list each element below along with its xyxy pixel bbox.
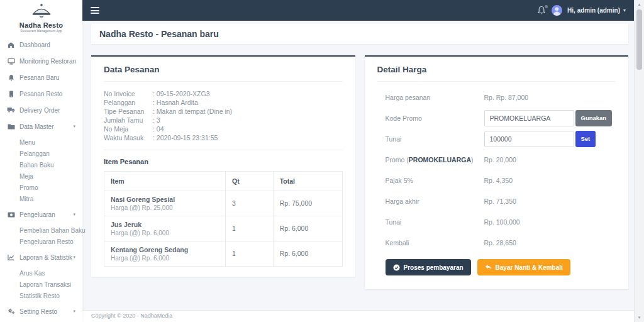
row-pajak: Pajak 5% Rp. 4,350 [377, 170, 616, 191]
sidebar-item-promo[interactable]: Promo [0, 182, 82, 193]
column-header-total: Total [273, 171, 342, 191]
sidebar-item-laporan-transaksi[interactable]: Laporan Transaksi [0, 279, 82, 290]
scroll-down-arrow-icon[interactable]: ▼ [635, 313, 644, 322]
sidebar-item-meja[interactable]: Meja [0, 170, 82, 182]
avatar[interactable] [552, 5, 562, 16]
sidebar-item-menu[interactable]: Menu [0, 136, 82, 148]
sidebar-item-dashboard[interactable]: Dashboard [0, 36, 82, 53]
chart-icon [7, 254, 15, 261]
scroll-up-arrow-icon[interactable]: ▲ [635, 0, 644, 9]
column-header-item: Item [104, 171, 226, 191]
mobile-icon [7, 91, 15, 97]
promo-code-label: PROMOKELUARGA [409, 156, 471, 164]
copyright-text: Copyright © 2020 - NadhaMedia [91, 313, 172, 319]
sidebar-item-pengeluaran-resto[interactable]: Pengeluaran Resto [0, 236, 82, 247]
guest-count: : 3 [153, 116, 160, 125]
sidebar-item-label: Delivery Order [19, 107, 60, 114]
table-header-row: Item Qt Total [104, 171, 343, 191]
order-items-table: Item Qt Total Nasi Goreng SpesialHarga (… [104, 171, 343, 267]
sidebar-item-label: Pesanan Baru [19, 74, 59, 81]
column-header-qt: Qt [226, 171, 274, 191]
pay-later-back-button[interactable]: Bayar Nanti & Kembali [477, 259, 570, 275]
process-payment-button[interactable]: Proses pembayaran [386, 259, 471, 275]
brand-tagline: Restaurant Management App [0, 30, 82, 33]
pengeluaran-submenu: Pembelian Bahan Baku Pengeluaran Resto [0, 225, 82, 247]
bell-icon [7, 74, 15, 81]
row-harga-pesanan: Harga pesanan Rp. Rp. 87,000 [377, 87, 616, 108]
sidebar-item-delivery-order[interactable]: Delivery Order [0, 102, 82, 118]
sidebar-item-data-master[interactable]: Data Master ▾ [0, 118, 82, 135]
pricing-rows: Harga pesanan Rp. Rp. 87,000 Kode Promo … [377, 87, 616, 253]
sidebar-item-arus-kas[interactable]: Arus Kas [0, 267, 82, 279]
user-menu[interactable]: Hi, admin (admin) [567, 7, 620, 14]
footer: Copyright © 2020 - NadhaMedia [82, 310, 634, 322]
promo-value: Rp. 20,000 [484, 156, 516, 164]
table-number: : 04 [153, 125, 164, 134]
folder-icon [7, 123, 15, 130]
chevron-down-icon[interactable]: ▾ [623, 8, 626, 13]
sidebar-item-label: Data Master [19, 123, 53, 130]
chevron-down-icon: ▾ [73, 309, 75, 314]
cash-input[interactable] [484, 131, 574, 147]
order-info: No Invoice: 09-15-2020-XZG3 Pelanggan: H… [104, 90, 343, 143]
row-harga-akhir: Harga akhir Rp. 71,350 [377, 191, 616, 211]
delivery-truck-icon [7, 107, 15, 114]
vertical-scrollbar[interactable]: ▲ ▼ [634, 0, 644, 322]
row-promo: Promo (PROMOKELUARGA) Rp. 20,000 [377, 149, 616, 170]
change-value: Rp. 28,650 [484, 239, 516, 247]
promo-code-input[interactable] [484, 110, 574, 126]
notification-badge [545, 5, 548, 8]
hamburger-menu-icon[interactable] [91, 6, 99, 16]
sidebar-item-bahan-baku[interactable]: Bahan Baku [0, 159, 82, 170]
monitor-icon [7, 58, 15, 65]
sidebar-item-pesanan-baru[interactable]: Pesanan Baru [0, 69, 82, 86]
sidebar-item-pengeluaran[interactable]: Pengeluaran ▾ [0, 206, 82, 223]
notification-bell-icon[interactable] [537, 6, 547, 16]
laporan-submenu: Arus Kas Laporan Transaksi Statistik Res… [0, 267, 82, 301]
page-title: Nadha Resto - Pesanan baru [99, 29, 219, 39]
sidebar-item-statistik-resto[interactable]: Statistik Resto [0, 290, 82, 301]
sidebar-item-pembelian-bahan-baku[interactable]: Pembelian Bahan Baku [0, 225, 82, 236]
order-price-value: Rp. Rp. 87,000 [484, 94, 529, 101]
sidebar-item-pesanan-resto[interactable]: Pesanan Resto [0, 86, 82, 102]
invoice-number: : 09-15-2020-XZG3 [153, 90, 209, 99]
topbar-right: Hi, admin (admin) ▾ [537, 5, 626, 16]
sidebar-item-setting-resto[interactable]: Setting Resto ▾ [0, 303, 82, 319]
content: Nadha Resto - Pesanan baru Data Pesanan … [82, 21, 634, 310]
sidebar: Nadha Resto Restaurant Management App Da… [0, 0, 82, 322]
check-circle-icon [393, 264, 400, 271]
final-price-value: Rp. 71,350 [484, 197, 516, 205]
page-title-bar: Nadha Resto - Pesanan baru [91, 24, 628, 44]
cloche-logo-icon [30, 3, 53, 19]
row-tunai-input: Tunai Set [377, 128, 616, 149]
pricing-card-title: Detail Harga [377, 65, 616, 82]
money-icon [7, 211, 15, 218]
sidebar-item-label: Dashboard [19, 42, 50, 48]
main-area: Hi, admin (admin) ▾ Nadha Resto - Pesana… [82, 0, 634, 322]
items-section-title: Item Pesanan [104, 158, 343, 165]
scrollbar-thumb[interactable] [636, 9, 642, 70]
row-kode-promo: Kode Promo Gunakan [377, 108, 616, 128]
data-master-submenu: Menu Pelanggan Bahan Baku Meja Promo Mit… [0, 136, 82, 204]
row-kembali: Kembali Rp. 28,650 [377, 232, 616, 253]
chevron-down-icon: ▾ [73, 255, 75, 260]
sidebar-item-label: Monitoring Restoran [19, 58, 76, 65]
sidebar-item-mitra[interactable]: Mitra [0, 193, 82, 204]
cash-value: Rp. 100,000 [484, 218, 520, 226]
set-cash-button[interactable]: Set [575, 131, 596, 147]
topbar: Hi, admin (admin) ▾ [82, 0, 634, 21]
pricing-actions: Proses pembayaran Bayar Nanti & Kembali [386, 259, 616, 275]
sidebar-item-pelanggan[interactable]: Pelanggan [0, 148, 82, 159]
use-promo-button[interactable]: Gunakan [575, 110, 613, 126]
entry-time: : 2020-09-15 23:31:55 [153, 134, 218, 143]
order-card-title: Data Pesanan [104, 65, 343, 82]
table-row: Jus JerukHarga (@) Rp. 6,000 1 Rp. 6,000 [104, 216, 343, 241]
row-tunai: Tunai Rp. 100,000 [377, 211, 616, 232]
chevron-down-icon: ▾ [73, 212, 75, 217]
reply-arrow-icon [485, 264, 492, 270]
brand-name: Nadha Resto [0, 21, 82, 29]
brand-logo[interactable]: Nadha Resto Restaurant Management App [0, 0, 82, 33]
sidebar-item-laporan-statistik[interactable]: Laporan & Statistik ▾ [0, 249, 82, 265]
sidebar-item-monitoring-restoran[interactable]: Monitoring Restoran [0, 53, 82, 69]
cards-row: Data Pesanan No Invoice: 09-15-2020-XZG3… [91, 55, 628, 289]
